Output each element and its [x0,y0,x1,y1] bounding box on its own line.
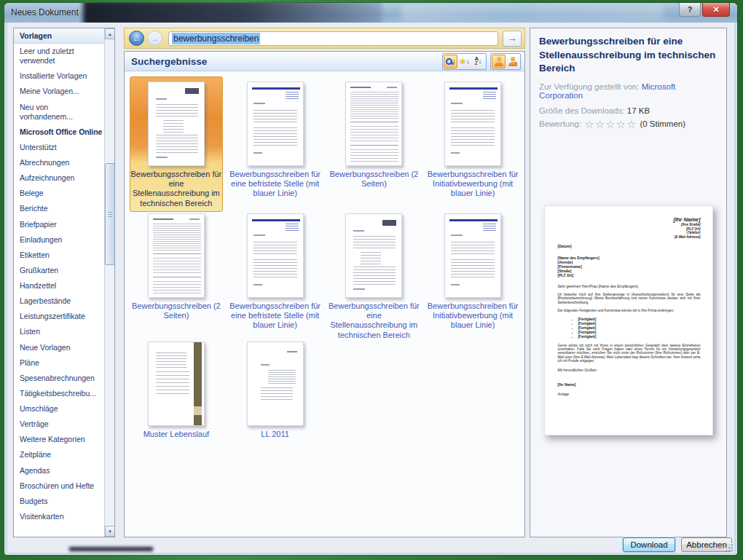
template-thumbnail [247,82,304,166]
sidebar-item[interactable]: Microsoft Office Online [14,125,104,140]
sidebar-item[interactable]: Handzettel [14,278,104,293]
search-input-selected-text: bewerbungsschreiben [172,33,260,44]
results-toolbar: ↓★↓AZ↓× [442,53,524,70]
template-caption: Bewerbungsschreiben für eine Stellenauss… [130,170,223,208]
search-sort-icon[interactable]: ↓ [444,55,457,68]
search-input[interactable]: bewerbungsschreiben [168,31,498,46]
sidebar-item[interactable]: Umschläge [14,401,104,417]
template-thumbnail [444,82,501,166]
sidebar-item[interactable]: Unterstützt [14,140,104,155]
titlebar-glass-reflection [83,3,382,23]
details-pane: Bewerbungsschreiben für eine Stellenauss… [530,28,727,537]
sidebar-item[interactable]: Neu von vorhandenem... [14,100,104,125]
results-header: Suchergebnisse ↓★↓AZ↓× [125,52,524,71]
screenshot-frame: Neues Dokument ? ✕ Vorlagen Leer und zul… [0,0,743,560]
forward-button[interactable]: → [147,31,162,46]
template-thumbnail [247,342,304,426]
template-thumbnail [345,82,402,166]
rating-row: Bewertung: ☆☆☆☆☆ (0 Stimmen) [539,119,718,130]
help-icon: ? [688,5,693,14]
sidebar-item[interactable]: Verträge [14,417,104,432]
download-size-row: Größe des Downloads: 17 KB [539,106,718,115]
template-caption: Muster Lebenslauf [130,430,223,439]
sidebar-item[interactable]: Berichte [14,201,104,216]
template-result[interactable]: Bewerbungsschreiben für eine befristete … [226,208,325,336]
sidebar-item[interactable]: Leistungszertifikate [14,309,104,324]
sidebar-item[interactable]: Weitere Kategorien [14,432,104,447]
sidebar-item[interactable]: Budgets [14,494,104,509]
template-result[interactable]: LL 2011 [226,336,325,446]
sidebar-scrollbar[interactable]: ▲ ▼ [104,28,114,537]
sidebar-item[interactable]: Visitenkarten [14,509,104,524]
sidebar-item[interactable]: Etiketten [14,248,104,263]
sidebar-item[interactable]: Meine Vorlagen... [14,84,104,99]
toolbar-group: ↓★↓AZ↓ [442,53,487,70]
preview-letter-body: [Datum] [Name des Empfängers][Anrede][Fi… [558,244,701,396]
scroll-down-icon[interactable]: ▼ [105,526,115,537]
sidebar-item[interactable]: Leer und zuletzt verwendet [14,44,104,68]
template-caption: Bewerbungsschreiben für Initiativbewerbu… [426,170,519,199]
sidebar-item[interactable]: Neue Vorlagen [14,340,104,355]
dialog-titlebar[interactable]: Neues Dokument ? ✕ [4,3,737,23]
show-customer-templates-icon[interactable] [492,55,506,68]
scroll-up-icon[interactable]: ▲ [105,28,115,39]
sidebar-item[interactable]: Zeitpläne [14,447,104,462]
template-caption: Bewerbungsschreiben für Initiativbewerbu… [426,301,519,331]
help-button[interactable]: ? [679,3,701,17]
back-button[interactable]: ← [129,31,144,46]
sidebar-item[interactable]: Abrechnungen [14,155,104,170]
template-thumbnail [148,342,205,426]
template-thumbnail [148,213,205,298]
titlebar-glass-highlight [401,4,664,22]
sidebar-item[interactable]: Spesenabrechnungen [14,371,104,386]
rating-votes: (0 Stimmen) [640,119,685,128]
rating-sort-icon[interactable]: ★↓ [457,55,471,68]
sidebar-item[interactable]: Installierte Vorlagen [14,68,104,84]
sidebar-list: Vorlagen Leer und zuletzt verwendetInsta… [14,28,104,537]
template-grid: Bewerbungsschreiben für eine Stellenauss… [125,71,524,537]
resize-grip-icon[interactable] [725,543,733,551]
sidebar-item[interactable]: Grußkarten [14,263,104,278]
hide-community-templates-icon[interactable]: × [506,55,519,68]
template-title: Bewerbungsschreiben für eine Stellenauss… [539,35,718,76]
template-thumbnail [247,213,304,298]
start-search-button[interactable]: → [503,31,522,47]
forward-arrow-icon: → [151,33,160,44]
template-result-selected[interactable]: Bewerbungsschreiben für eine Stellenauss… [127,76,226,208]
rating-stars-icon[interactable]: ☆☆☆☆☆ [584,119,637,130]
provider-row: Zur Verfügung gestellt von: Microsoft Co… [539,82,718,100]
template-result[interactable]: Muster Lebenslauf [127,336,226,446]
dialog-title: Neues Dokument [11,7,79,17]
template-result[interactable]: Bewerbungsschreiben für Initiativbewerbu… [423,76,522,208]
size-label: Größe des Downloads: [539,106,625,115]
alphabetical-sort-icon[interactable]: AZ↓ [471,55,485,68]
sidebar-item[interactable]: Listen [14,324,104,339]
download-button[interactable]: Download [623,537,675,552]
template-thumbnail [148,82,205,166]
size-value: 17 KB [627,106,650,115]
sidebar-item[interactable]: Tätigkeitsbeschreibu... [14,386,104,401]
sidebar-item[interactable]: Aufzeichnungen [14,170,104,186]
scrollbar-thumb[interactable] [105,163,115,265]
template-result[interactable]: Bewerbungsschreiben (2 Seiten) [325,76,424,208]
template-caption: Bewerbungsschreiben für eine befristete … [229,301,322,331]
provider-label: Zur Verfügung gestellt von: [539,82,639,91]
sidebar-item[interactable]: Lagerbestände [14,293,104,309]
sidebar-item[interactable]: Agendas [14,463,104,478]
template-search-bar: ← → bewerbungsschreiben → [124,28,525,49]
background-artifact [69,547,153,551]
template-result[interactable]: Bewerbungsschreiben für Initiativbewerbu… [423,208,522,336]
sidebar-header-vorlagen[interactable]: Vorlagen [14,28,104,44]
categories-sidebar: Vorlagen Leer und zuletzt verwendetInsta… [13,28,115,537]
sidebar-item[interactable]: Broschüren und Hefte [14,478,104,494]
close-button[interactable]: ✕ [702,3,730,17]
sidebar-item[interactable]: Einladungen [14,232,104,248]
sidebar-item[interactable]: Briefpapier [14,217,104,232]
sidebar-item[interactable]: Belege [14,186,104,201]
results-header-title: Suchergebnisse [131,56,442,67]
sidebar-item[interactable]: Pläne [14,355,104,371]
template-preview-image: [Ihr Name] [Ihre Straße][PLZ Ort](Telefo… [544,205,713,435]
template-result[interactable]: Bewerbungsschreiben für eine Stellenauss… [325,208,424,336]
template-result[interactable]: Bewerbungsschreiben (2 Seiten) [127,208,226,336]
template-result[interactable]: Bewerbungsschreiben für eine befristete … [226,76,325,208]
